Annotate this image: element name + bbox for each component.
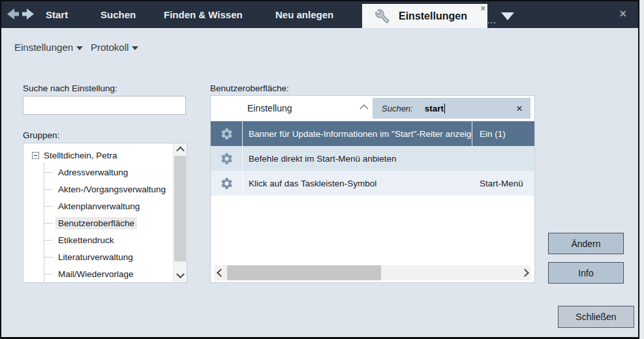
tree-item-label: Benutzeroberfläche (55, 217, 137, 229)
scroll-right-icon[interactable] (519, 265, 530, 280)
back-arrow-icon[interactable] (7, 8, 20, 20)
gear-icon (220, 127, 234, 141)
settings-table: Einstellung Suchen: start × Banner für U… (210, 95, 535, 283)
menu-label: Einstellungen (14, 42, 73, 53)
gear-icon (220, 177, 234, 190)
tree-item[interactable]: Etikettendruck (44, 231, 174, 248)
row-setting-label: Befehle direkt im Start-Menü anbieten (243, 146, 472, 171)
tab-suchen[interactable]: Suchen (100, 1, 136, 28)
table-search-close-icon[interactable]: × (516, 103, 523, 114)
chevron-down-icon (76, 46, 83, 50)
row-setting-label: Klick auf das Taskleisten-Symbol (243, 171, 472, 196)
tree-item-label: Aktenplanverwaltung (55, 200, 142, 213)
scroll-up-icon[interactable] (174, 143, 187, 156)
row-icon-cell (211, 121, 243, 146)
table-horizontal-scrollbar[interactable] (215, 265, 530, 280)
table-row[interactable]: Befehle direkt im Start-Menü anbieten (211, 146, 534, 171)
navigation-arrows (7, 8, 34, 20)
tree-item[interactable]: Akten-/Vorgangsverwaltung (44, 181, 174, 198)
menu-protokoll[interactable]: Protokoll (91, 42, 138, 53)
active-tab-label: Einstellungen (399, 10, 467, 22)
tab-overflow-dots[interactable]: ... (487, 16, 497, 25)
tree-item[interactable]: Mail/Wiedervorlage (44, 265, 174, 282)
wrench-icon (375, 9, 390, 23)
table-scrollbar-thumb[interactable] (227, 265, 381, 280)
menu-label: Protokoll (91, 42, 129, 53)
row-icon-cell (211, 171, 243, 196)
table-search-value[interactable]: start (425, 104, 444, 113)
tree-item-label: Mail/Wiedervorlage (55, 268, 136, 280)
groups-label: Gruppen: (23, 130, 59, 140)
scroll-left-icon[interactable] (215, 265, 226, 280)
settings-window: StartSuchenFinden & WissenNeu anlegen Ei… (0, 0, 639, 339)
scroll-down-icon[interactable] (174, 270, 187, 282)
tab-close-icon[interactable]: × (480, 4, 485, 13)
tab-finden-wissen[interactable]: Finden & Wissen (164, 1, 243, 28)
row-setting-label: Banner für Update-Informationen im "Star… (243, 121, 472, 146)
column-header-einstellung[interactable]: Einstellung (247, 96, 292, 121)
tree-item[interactable]: Benutzeroberfläche (44, 214, 174, 231)
row-setting-value (472, 146, 534, 171)
row-setting-value: Start-Menü (472, 171, 534, 196)
table-rows: Banner für Update-Informationen im "Star… (211, 121, 534, 196)
tab-start[interactable]: Start (46, 1, 68, 28)
groups-tree-content: Stelltdichein, Petra AdressverwaltungAkt… (23, 143, 174, 282)
application-window: StartSuchenFinden & WissenNeu anlegen Ei… (0, 0, 644, 339)
tab-dropdown-icon[interactable] (501, 12, 514, 20)
tree-item-label: Etikettendruck (55, 234, 117, 246)
change-button[interactable]: Ändern (548, 233, 624, 254)
info-button[interactable]: Info (548, 262, 624, 284)
tree-item-label: Akten-/Vorgangsverwaltung (55, 183, 168, 196)
tree-collapse-icon[interactable] (32, 152, 39, 159)
table-search-label: Suchen: (382, 104, 413, 113)
tab-einstellungen-active[interactable]: Einstellungen × (362, 4, 487, 28)
groups-tree: Stelltdichein, Petra AdressverwaltungAkt… (23, 143, 187, 283)
forward-arrow-icon[interactable] (22, 8, 34, 20)
table-row[interactable]: Banner für Update-Informationen im "Star… (211, 121, 534, 146)
table-search-box[interactable]: Suchen: start × (373, 98, 530, 119)
ribbon-tab-bar: StartSuchenFinden & WissenNeu anlegen Ei… (1, 1, 638, 28)
tree-item-label: Adressverwaltung (55, 166, 130, 179)
tree-scrollbar-thumb[interactable] (174, 156, 186, 261)
table-row[interactable]: Klick auf das Taskleisten-SymbolStart-Me… (211, 171, 534, 196)
chevron-down-icon (132, 46, 138, 50)
text-cursor (444, 104, 445, 113)
close-button[interactable]: Schließen (558, 306, 634, 328)
tree-root-label: Stelltdichein, Petra (44, 151, 117, 160)
setting-search-input[interactable] (23, 96, 186, 115)
tree-item[interactable]: Literaturverwaltung (44, 248, 174, 265)
gear-icon (220, 152, 234, 166)
tree-item[interactable]: Aktenplanverwaltung (44, 198, 174, 214)
settings-table-title: Benutzeroberfläche: (210, 83, 289, 93)
tree-item-label: Literaturverwaltung (55, 251, 136, 263)
tree-item[interactable]: Adressverwaltung (44, 164, 174, 181)
tab-neu-anlegen[interactable]: Neu anlegen (275, 1, 333, 28)
tree-vertical-scrollbar[interactable] (173, 143, 187, 282)
row-setting-value: Ein (1) (472, 121, 534, 146)
tree-children: AdressverwaltungAkten-/Vorgangsverwaltun… (44, 164, 174, 282)
menu-einstellungen[interactable]: Einstellungen (14, 42, 83, 53)
row-icon-cell (211, 146, 243, 171)
tree-root-node[interactable]: Stelltdichein, Petra (32, 147, 174, 164)
window-close-icon[interactable]: × (619, 7, 626, 21)
table-header: Einstellung Suchen: start × (211, 96, 534, 121)
search-setting-label: Suche nach Einstellung: (23, 83, 117, 93)
sort-ascending-icon (360, 104, 369, 110)
